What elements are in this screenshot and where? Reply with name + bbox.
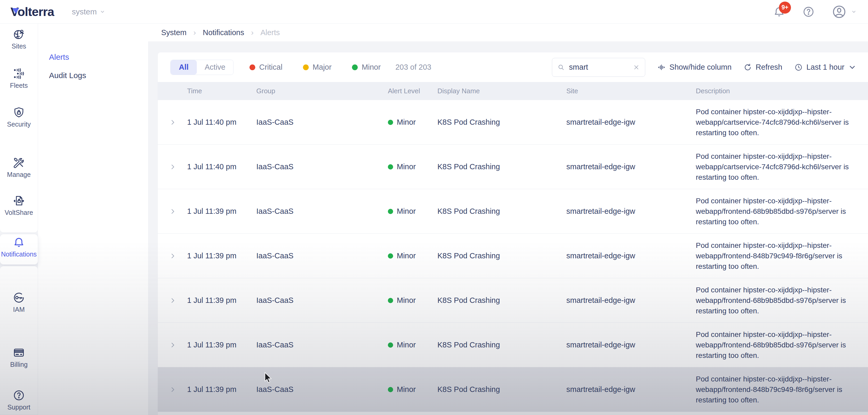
tenant-selector[interactable]: system: [72, 7, 105, 16]
chevron-right-icon[interactable]: [169, 342, 176, 348]
table-body: 1 Jul 11:40 pm IaaS-CaaS Minor K8S Pod C…: [158, 100, 868, 412]
cell-site: smartretail-edge-igw: [566, 341, 696, 349]
cell-time: 1 Jul 11:39 pm: [187, 207, 256, 216]
avatar-icon: [832, 4, 846, 19]
severity-label: Minor: [397, 118, 416, 127]
row-expand-cell: [158, 253, 187, 259]
sidebar-item-billing[interactable]: Billing: [0, 347, 38, 369]
table-row[interactable]: 1 Jul 11:39 pm IaaS-CaaS Minor K8S Pod C…: [158, 278, 868, 323]
refresh-icon: [744, 63, 752, 71]
alerts-toolbar: All Active Critical Major Minor: [158, 53, 868, 82]
cell-description: Pod container hipster-co-xijddjxp--hipst…: [696, 151, 868, 183]
breadcrumb-system[interactable]: System: [161, 28, 187, 37]
cell-group: IaaS-CaaS: [256, 385, 388, 394]
minor-dot-icon: [352, 64, 358, 70]
search-box: [552, 58, 645, 77]
columns-icon: [657, 63, 666, 71]
result-count: 203 of 203: [396, 63, 431, 71]
chevron-right-icon[interactable]: [169, 253, 176, 259]
column-group: Group: [256, 87, 388, 95]
key-circle-icon: [13, 292, 25, 304]
breadcrumb-notifications[interactable]: Notifications: [203, 28, 244, 37]
tab-all[interactable]: All: [170, 60, 197, 75]
sidebar-item-label: Fleets: [10, 82, 28, 89]
breadcrumb: System › Notifications › Alerts: [148, 24, 868, 41]
shield-lock-icon: [13, 106, 25, 119]
severity-dot-icon: [388, 120, 393, 125]
severity-dot-icon: [388, 253, 393, 259]
cell-display-name: K8S Pod Crashing: [437, 341, 566, 349]
row-expand-cell: [158, 342, 187, 348]
severity-dot-icon: [388, 209, 393, 214]
time-range-dropdown[interactable]: Last 1 hour: [794, 63, 857, 71]
refresh-button[interactable]: Refresh: [744, 63, 782, 71]
row-expand-cell: [158, 386, 187, 393]
filter-toggle: All Active: [170, 60, 234, 75]
cell-group: IaaS-CaaS: [256, 296, 388, 305]
sidebar-item-security[interactable]: Security: [0, 106, 38, 128]
column-site: Site: [566, 87, 696, 95]
notifications-bell-button[interactable]: 9+: [773, 6, 785, 18]
table-row[interactable]: 1 Jul 11:39 pm IaaS-CaaS Minor K8S Pod C…: [158, 189, 868, 234]
main-content: System › Notifications › Alerts All Acti…: [148, 24, 868, 415]
sidebar-item-fleets[interactable]: Fleets: [0, 68, 38, 89]
table-row[interactable]: 1 Jul 11:40 pm IaaS-CaaS Minor K8S Pod C…: [158, 100, 868, 145]
cell-description: Pod container hipster-co-xijddjxp--hipst…: [696, 374, 868, 405]
cell-site: smartretail-edge-igw: [566, 207, 696, 216]
tab-active[interactable]: Active: [197, 60, 233, 75]
cell-alert-level: Minor: [388, 252, 437, 260]
cell-group: IaaS-CaaS: [256, 118, 388, 127]
show-hide-column-button[interactable]: Show/hide column: [657, 63, 732, 71]
clear-x-icon[interactable]: [633, 64, 640, 71]
rail-section-top: Sites Fleets Security Manage VoltShare: [0, 24, 38, 233]
cell-group: IaaS-CaaS: [256, 162, 388, 171]
chevron-right-icon[interactable]: [169, 119, 176, 126]
legend-minor: Minor: [352, 63, 381, 71]
severity-dot-icon: [388, 387, 393, 392]
sidebar-item-iam[interactable]: IAM: [0, 292, 38, 313]
cell-display-name: K8S Pod Crashing: [437, 385, 566, 394]
sidebar-item-notifications[interactable]: Notifications: [0, 236, 38, 258]
subnav-item-alerts[interactable]: Alerts: [38, 50, 148, 64]
legend-critical: Critical: [249, 63, 282, 71]
clock-icon: [794, 63, 803, 71]
breadcrumb-separator: ›: [193, 28, 196, 37]
severity-label: Minor: [397, 296, 416, 305]
chevron-right-icon[interactable]: [169, 386, 176, 393]
sidebar-item-label: Notifications: [1, 251, 37, 258]
legend-label: Critical: [259, 63, 282, 71]
table-row[interactable]: 1 Jul 11:40 pm IaaS-CaaS Minor K8S Pod C…: [158, 145, 868, 189]
sidebar-item-support[interactable]: Support: [0, 389, 38, 411]
cell-display-name: K8S Pod Crashing: [437, 162, 566, 171]
row-expand-cell: [158, 163, 187, 170]
help-button[interactable]: [803, 6, 814, 18]
subnav-item-audit-logs[interactable]: Audit Logs: [38, 68, 148, 83]
help-icon: [803, 6, 814, 18]
search-input[interactable]: [569, 63, 629, 71]
column-display-name: Display Name: [437, 87, 566, 95]
sidebar-item-manage[interactable]: Manage: [0, 157, 38, 179]
table-row[interactable]: 1 Jul 11:39 pm IaaS-CaaS Minor K8S Pod C…: [158, 234, 868, 278]
table-row[interactable]: 1 Jul 11:39 pm IaaS-CaaS Minor K8S Pod C…: [158, 323, 868, 367]
cell-group: IaaS-CaaS: [256, 252, 388, 260]
sidebar-item-sites[interactable]: Sites: [0, 28, 38, 50]
cell-alert-level: Minor: [388, 207, 437, 216]
cell-display-name: K8S Pod Crashing: [437, 118, 566, 127]
sidebar-item-label: VoltShare: [5, 209, 33, 216]
account-menu[interactable]: [832, 4, 857, 19]
chevron-right-icon[interactable]: [169, 208, 176, 215]
sidebar-item-voltshare[interactable]: VoltShare: [0, 195, 38, 216]
cell-site: smartretail-edge-igw: [566, 162, 696, 171]
sidebar-item-label: Billing: [10, 361, 28, 369]
row-expand-cell: [158, 119, 187, 126]
severity-dot-icon: [388, 298, 393, 303]
top-bar: Volterra system 9+: [0, 0, 868, 24]
action-label: Refresh: [755, 63, 782, 71]
chevron-right-icon[interactable]: [169, 297, 176, 304]
cell-site: smartretail-edge-igw: [566, 252, 696, 260]
cell-alert-level: Minor: [388, 162, 437, 171]
action-label: Show/hide column: [669, 63, 732, 71]
chevron-right-icon[interactable]: [169, 163, 176, 170]
tenant-name: system: [72, 7, 97, 16]
major-dot-icon: [303, 64, 309, 70]
